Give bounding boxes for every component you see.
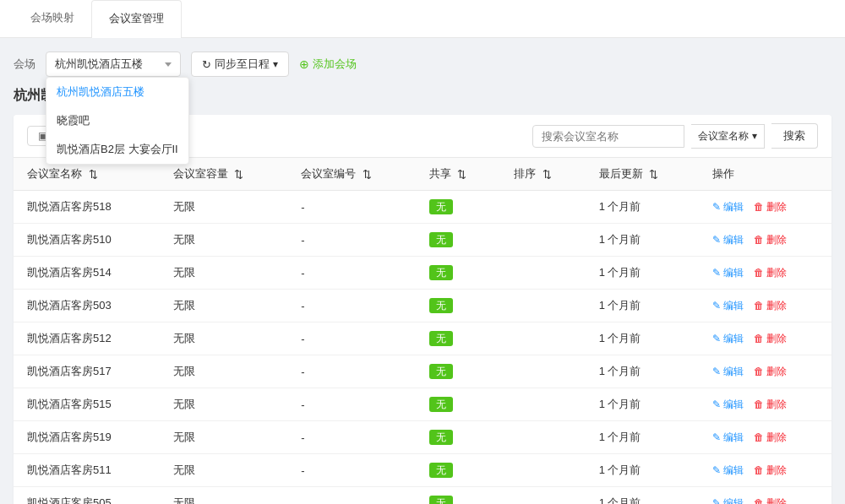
edit-button-9[interactable]: ✎ 编辑 [712, 496, 744, 505]
trash-icon: 🗑 [754, 333, 764, 344]
trash-icon: 🗑 [754, 497, 764, 504]
venue-dropdown-menu: 杭州凯悦酒店五楼 晓霞吧 凯悦酒店B2层 大宴会厅II [46, 77, 189, 165]
sync-label: 同步至日程 [215, 57, 270, 72]
cell-capacity-8: 无限 [160, 454, 288, 487]
dropdown-option-2[interactable]: 晓霞吧 [46, 106, 188, 135]
trash-icon: 🗑 [754, 201, 764, 213]
edit-button-4[interactable]: ✎ 编辑 [712, 332, 744, 346]
table-row: 凯悦酒店客房519 无限 - 无 1 个月前 ✎ 编辑 🗑 删除 [14, 421, 831, 454]
cell-capacity-0: 无限 [160, 191, 288, 224]
venue-label: 会场 [14, 57, 35, 72]
delete-button-7[interactable]: 🗑 删除 [754, 431, 787, 445]
delete-button-0[interactable]: 🗑 删除 [754, 200, 787, 214]
cell-order-8 [500, 454, 585, 487]
dropdown-arrow-icon [165, 62, 172, 67]
delete-button-8[interactable]: 🗑 删除 [754, 463, 787, 478]
tab-room-mgmt[interactable]: 会议室管理 [91, 0, 182, 38]
cell-name-7: 凯悦酒店客房519 [14, 421, 160, 454]
add-venue-label: 添加会场 [313, 57, 357, 72]
tab-venue-map[interactable]: 会场映射 [14, 0, 91, 37]
table-row: 凯悦酒店客房514 无限 - 无 1 个月前 ✎ 编辑 🗑 删除 [14, 257, 831, 290]
cell-number-6: - [287, 388, 416, 421]
cell-share-2: 无 [416, 257, 500, 290]
sort-icon-name: ⇅ [89, 168, 98, 181]
edit-button-5[interactable]: ✎ 编辑 [712, 365, 744, 379]
cell-name-0: 凯悦酒店客房518 [14, 191, 160, 224]
table-row: 凯悦酒店客房505 无限 - 无 1 个月前 ✎ 编辑 🗑 删除 [14, 487, 831, 505]
cell-share-3: 无 [416, 290, 500, 322]
cell-number-8: - [287, 454, 416, 487]
col-header-share[interactable]: 共享 ⇅ [416, 158, 500, 191]
cell-name-1: 凯悦酒店客房510 [14, 224, 160, 257]
table-row: 凯悦酒店客房503 无限 - 无 1 个月前 ✎ 编辑 🗑 删除 [14, 290, 831, 322]
edit-button-3[interactable]: ✎ 编辑 [712, 299, 744, 313]
cell-capacity-5: 无限 [160, 355, 288, 388]
col-header-number[interactable]: 会议室编号 ⇅ [287, 158, 416, 191]
cell-updated-8: 1 个月前 [586, 454, 700, 487]
table-row: 凯悦酒店客房511 无限 - 无 1 个月前 ✎ 编辑 🗑 删除 [14, 454, 831, 487]
cell-share-8: 无 [416, 454, 500, 487]
cell-number-2: - [287, 257, 416, 290]
edit-icon: ✎ [712, 201, 721, 213]
sync-icon: ↻ [202, 58, 211, 71]
search-input[interactable] [532, 125, 684, 148]
trash-icon: 🗑 [754, 300, 764, 312]
table-row: 凯悦酒店客房518 无限 - 无 1 个月前 ✎ 编辑 🗑 删除 [14, 191, 831, 224]
cell-actions-5: ✎ 编辑 🗑 删除 [699, 355, 831, 388]
venue-dropdown[interactable]: 杭州凯悦酒店五楼 [46, 51, 181, 77]
col-header-order[interactable]: 排序 ⇅ [500, 158, 585, 191]
edit-button-6[interactable]: ✎ 编辑 [712, 398, 744, 412]
sync-schedule-button[interactable]: ↻ 同步至日程 ▾ [191, 51, 289, 77]
sort-icon-capacity: ⇅ [234, 168, 243, 181]
edit-button-2[interactable]: ✎ 编辑 [712, 266, 744, 280]
trash-icon: 🗑 [754, 398, 764, 410]
edit-button-8[interactable]: ✎ 编辑 [712, 463, 744, 478]
cell-order-2 [500, 257, 585, 290]
cell-order-6 [500, 388, 585, 421]
cell-updated-2: 1 个月前 [586, 257, 700, 290]
cell-name-3: 凯悦酒店客房503 [14, 290, 160, 322]
venue-dropdown-wrapper: 杭州凯悦酒店五楼 杭州凯悦酒店五楼 晓霞吧 凯悦酒店B2层 大宴会厅II [46, 51, 181, 77]
cell-order-9 [500, 487, 585, 505]
cell-number-4: - [287, 322, 416, 355]
delete-button-4[interactable]: 🗑 删除 [754, 332, 787, 346]
dropdown-option-1[interactable]: 杭州凯悦酒店五楼 [46, 78, 188, 106]
search-button[interactable]: 搜索 [771, 123, 818, 149]
cell-capacity-3: 无限 [160, 290, 288, 322]
add-venue-button[interactable]: ⊕ 添加会场 [299, 57, 357, 72]
cell-name-9: 凯悦酒店客房505 [14, 487, 160, 505]
sort-icon-number: ⇅ [363, 168, 372, 181]
cell-order-1 [500, 224, 585, 257]
cell-name-4: 凯悦酒店客房512 [14, 322, 160, 355]
data-table: 会议室名称 ⇅ 会议室容量 ⇅ 会议室编号 ⇅ 共享 [14, 158, 831, 504]
trash-icon: 🗑 [754, 267, 764, 279]
delete-button-9[interactable]: 🗑 删除 [754, 496, 787, 505]
cell-updated-9: 1 个月前 [586, 487, 700, 505]
cell-order-5 [500, 355, 585, 388]
edit-button-0[interactable]: ✎ 编辑 [712, 200, 744, 214]
cell-updated-1: 1 个月前 [586, 224, 700, 257]
col-header-updated[interactable]: 最后更新 ⇅ [586, 158, 700, 191]
delete-button-6[interactable]: 🗑 删除 [754, 398, 787, 412]
delete-button-1[interactable]: 🗑 删除 [754, 233, 787, 247]
cell-actions-0: ✎ 编辑 🗑 删除 [699, 191, 831, 224]
delete-button-3[interactable]: 🗑 删除 [754, 299, 787, 313]
cell-actions-3: ✎ 编辑 🗑 删除 [699, 290, 831, 322]
sort-label: 会议室名称 [698, 129, 749, 144]
cell-number-3: - [287, 290, 416, 322]
delete-button-5[interactable]: 🗑 删除 [754, 365, 787, 379]
sort-select[interactable]: 会议室名称 ▾ [691, 124, 765, 149]
trash-icon: 🗑 [754, 464, 764, 476]
cell-number-5: - [287, 355, 416, 388]
table-row: 凯悦酒店客房512 无限 - 无 1 个月前 ✎ 编辑 🗑 删除 [14, 322, 831, 355]
cell-share-5: 无 [416, 355, 500, 388]
edit-button-7[interactable]: ✎ 编辑 [712, 431, 744, 445]
cell-share-4: 无 [416, 322, 500, 355]
cell-order-7 [500, 421, 585, 454]
dropdown-option-3[interactable]: 凯悦酒店B2层 大宴会厅II [46, 135, 188, 164]
cell-updated-5: 1 个月前 [586, 355, 700, 388]
sort-icon-share: ⇅ [457, 168, 466, 181]
delete-button-2[interactable]: 🗑 删除 [754, 266, 787, 280]
cell-share-1: 无 [416, 224, 500, 257]
edit-button-1[interactable]: ✎ 编辑 [712, 233, 744, 247]
